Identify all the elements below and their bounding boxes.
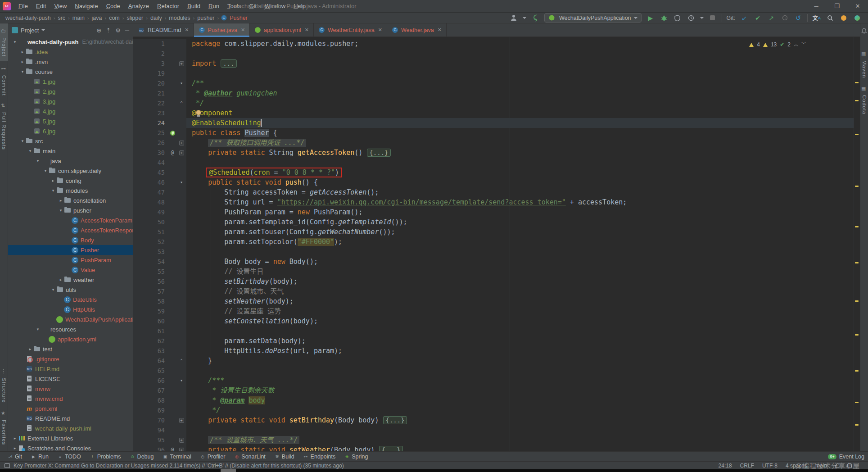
readonly-lock-icon[interactable] [835, 465, 839, 468]
tree-item-2-jpg[interactable]: 2.jpg [8, 86, 133, 96]
code-line-19[interactable]: 19 [133, 68, 860, 78]
code-line-54[interactable]: 54 Body body = new Body(); [133, 257, 860, 267]
close-tab-icon[interactable]: ✕ [241, 27, 245, 33]
expand-arrow-icon[interactable]: ▸ [50, 178, 56, 183]
fold-end-icon[interactable]: ⌃ [179, 101, 184, 106]
intention-bulb-icon[interactable] [196, 110, 201, 115]
vcs-push-icon[interactable]: ↗ [767, 14, 776, 23]
expand-arrow-icon[interactable]: ▾ [35, 327, 41, 331]
tree-item-main[interactable]: ▾main [8, 146, 133, 156]
coverage-icon[interactable] [673, 14, 682, 23]
next-problem-icon[interactable]: ﹀ [801, 40, 806, 50]
code-line-49[interactable]: 49 PushParam param = new PushParam(); [133, 207, 860, 217]
fold-expand-icon[interactable]: + [179, 150, 184, 155]
code-line-50[interactable]: 50 param.setTemplate_id(Config.getTempla… [133, 217, 860, 227]
breadcrumb-item[interactable]: java [91, 15, 103, 21]
warning-stripe-mark[interactable] [855, 134, 859, 135]
code-line-53[interactable]: 53 [133, 247, 860, 257]
expand-arrow-icon[interactable]: ▾ [19, 139, 26, 143]
settings-gear-icon[interactable]: ⚙ [115, 27, 121, 34]
fold-collapse-icon[interactable]: ▾ [179, 378, 184, 383]
warning-stripe-mark[interactable] [855, 82, 859, 83]
tree-item-wechat-daily-push-iml[interactable]: wechat-daily-push.iml [8, 423, 133, 433]
project-view-dropdown-icon[interactable] [41, 29, 45, 31]
build-hammer-icon[interactable]: ⤹ [531, 14, 540, 23]
tree-item-resources[interactable]: ▾resources [8, 324, 133, 334]
breadcrumb-item[interactable]: com [108, 15, 121, 21]
tree-item-constellation[interactable]: ▸constellation [8, 195, 133, 205]
toolwindow-button-git[interactable]: ⎇Git [4, 452, 26, 461]
tree-item-test[interactable]: ▸test [8, 344, 133, 354]
menu-refactor[interactable]: Refactor [153, 1, 183, 11]
tree-item-httputils[interactable]: CHttpUtils [8, 304, 133, 314]
expand-arrow-icon[interactable]: ▾ [50, 188, 56, 193]
tree-item-license[interactable]: LICENSE [8, 374, 133, 384]
code-line-45[interactable]: 45 @Scheduled(cron = "0 0 8 * * ?") [133, 168, 860, 177]
warning-stripe-mark[interactable] [855, 186, 859, 187]
debug-icon[interactable] [660, 14, 669, 23]
breadcrumb-item[interactable]: main [72, 15, 86, 21]
fold-expand-icon[interactable]: + [179, 448, 184, 452]
user-dropdown-icon[interactable] [523, 17, 526, 19]
tree-item-utils[interactable]: ▾utils [8, 285, 133, 295]
search-icon[interactable] [826, 14, 835, 23]
close-tab-icon[interactable]: ✕ [185, 27, 189, 33]
toolwindow-button-todo[interactable]: ≡TODO [54, 452, 85, 461]
code-line-65[interactable]: 65 [133, 366, 860, 376]
code-line-52[interactable]: 52 param.setTopcolor("#FF0000"); [133, 237, 860, 247]
tab-readme-md[interactable]: README.md✕ [133, 23, 194, 36]
breadcrumb-item[interactable]: modules [168, 15, 191, 21]
tab-pusher-java[interactable]: CPusher.java✕ [194, 23, 250, 36]
code-line-44[interactable]: 44 [133, 158, 860, 168]
warning-stripe-mark[interactable] [855, 402, 859, 403]
code-line-64[interactable]: 64⌃ } [133, 356, 860, 366]
fold-collapse-icon[interactable]: ▾ [179, 180, 184, 185]
menu-code[interactable]: Code [102, 1, 124, 11]
locate-icon[interactable]: ⊕ [96, 27, 101, 34]
tree-item-dateutils[interactable]: CDateUtils [8, 295, 133, 304]
translate-icon[interactable]: 文A [812, 14, 821, 23]
expand-arrow-icon[interactable]: ▾ [27, 149, 33, 153]
project-panel-title[interactable]: Project [21, 27, 39, 34]
code-line-69[interactable]: 69 */ [133, 405, 860, 415]
tree-item-accesstokenparam[interactable]: CAccessTokenParam [8, 215, 133, 225]
toolwindow-button-problems[interactable]: !Problems [86, 452, 125, 461]
code-line-62[interactable]: 62 param.setData(body); [133, 336, 860, 346]
toolwindow-button-spring[interactable]: ❀Spring [340, 452, 372, 461]
event-log-button[interactable]: 9+Event Log [828, 454, 864, 460]
code-line-30[interactable]: 30@+ private static String getAccessToke… [133, 148, 860, 158]
tab-application-yml[interactable]: application.yml✕ [250, 23, 314, 36]
tree-item--mvn[interactable]: ▸.mvn [8, 57, 133, 67]
tree-item-application-yml[interactable]: application.yml [8, 334, 133, 344]
code-line-22[interactable]: 22⌃ */ [133, 98, 860, 108]
menu-view[interactable]: View [50, 1, 71, 11]
code-line-58[interactable]: 58 setWeather(body); [133, 296, 860, 306]
code-line-26[interactable]: 26+ /** 获取接口调用凭证 ...*/ [133, 138, 860, 148]
tree-item-value[interactable]: CValue [8, 265, 133, 275]
close-tab-icon[interactable]: ✕ [438, 27, 442, 33]
hide-icon[interactable]: ─ [125, 27, 129, 34]
code-line-47[interactable]: 47 String accessToken = getAccessToken()… [133, 187, 860, 197]
menu-build[interactable]: Build [183, 1, 204, 11]
tree-item-accesstokenresponse[interactable]: CAccessTokenResponse [8, 225, 133, 235]
tree-item-config[interactable]: ▸config [8, 176, 133, 186]
tree-item-wechatdailypushapplication[interactable]: WechatDailyPushApplication [8, 314, 133, 324]
tree-item-readme-md[interactable]: README.md [8, 413, 133, 423]
tree-item--gitignore[interactable]: .gitignore [8, 354, 133, 364]
code-line-25[interactable]: 25public class Pusher { [133, 128, 860, 138]
expand-arrow-icon[interactable]: ▾ [58, 208, 64, 213]
stripe-item-structure[interactable]: ⋮Structure [1, 364, 7, 406]
user-icon[interactable] [509, 14, 518, 23]
expand-arrow-icon[interactable]: ▾ [42, 168, 49, 173]
menu-run[interactable]: Run [204, 1, 223, 11]
tree-item-weather[interactable]: ▸weather [8, 275, 133, 285]
code-line-61[interactable]: 61 [133, 326, 860, 336]
warning-stripe-mark[interactable] [855, 262, 859, 263]
fold-expand-icon[interactable]: + [179, 418, 184, 423]
tree-item-scratches-and-consoles[interactable]: ▸Scratches and Consoles [8, 443, 133, 451]
rollback-icon[interactable]: ↺ [794, 14, 803, 23]
stripe-item-project[interactable]: 🗀Project [0, 23, 8, 61]
code-line-95[interactable]: 95+ /** 设置城市、天气 ...*/ [133, 435, 860, 445]
menu-file[interactable]: File [14, 1, 32, 11]
tree-item-pom-xml[interactable]: mpom.xml [8, 404, 133, 413]
